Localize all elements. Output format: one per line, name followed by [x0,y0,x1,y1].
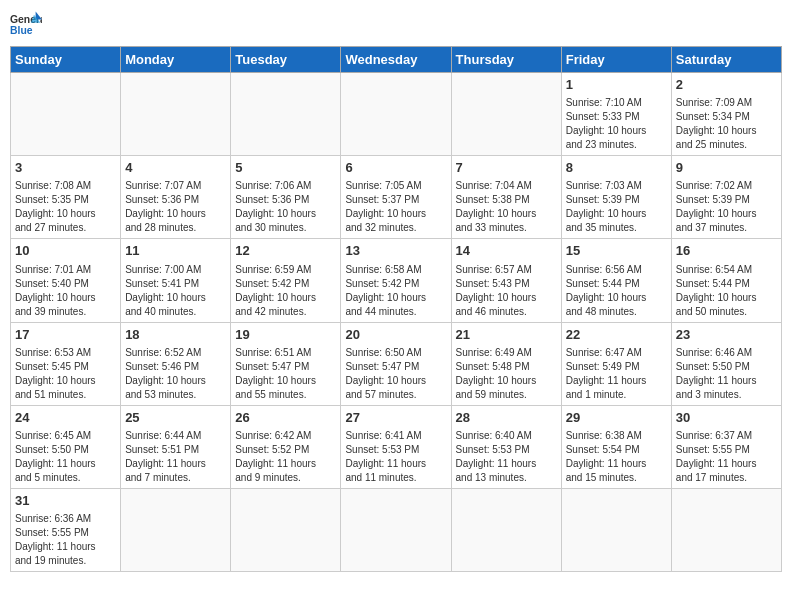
day-info: Sunrise: 7:10 AM Sunset: 5:33 PM Dayligh… [566,96,667,152]
page-header: General Blue [10,10,782,38]
day-number: 6 [345,159,446,177]
calendar-table: SundayMondayTuesdayWednesdayThursdayFrid… [10,46,782,572]
calendar-week-row: 3Sunrise: 7:08 AM Sunset: 5:35 PM Daylig… [11,156,782,239]
calendar-day-cell: 13Sunrise: 6:58 AM Sunset: 5:42 PM Dayli… [341,239,451,322]
calendar-day-cell: 10Sunrise: 7:01 AM Sunset: 5:40 PM Dayli… [11,239,121,322]
calendar-day-cell: 14Sunrise: 6:57 AM Sunset: 5:43 PM Dayli… [451,239,561,322]
day-number: 28 [456,409,557,427]
calendar-day-cell: 24Sunrise: 6:45 AM Sunset: 5:50 PM Dayli… [11,405,121,488]
calendar-day-cell: 4Sunrise: 7:07 AM Sunset: 5:36 PM Daylig… [121,156,231,239]
calendar-day-cell: 1Sunrise: 7:10 AM Sunset: 5:33 PM Daylig… [561,73,671,156]
day-info: Sunrise: 7:02 AM Sunset: 5:39 PM Dayligh… [676,179,777,235]
day-info: Sunrise: 6:53 AM Sunset: 5:45 PM Dayligh… [15,346,116,402]
day-info: Sunrise: 6:36 AM Sunset: 5:55 PM Dayligh… [15,512,116,568]
day-info: Sunrise: 6:58 AM Sunset: 5:42 PM Dayligh… [345,263,446,319]
day-info: Sunrise: 6:46 AM Sunset: 5:50 PM Dayligh… [676,346,777,402]
day-number: 5 [235,159,336,177]
weekday-header-monday: Monday [121,47,231,73]
day-info: Sunrise: 6:54 AM Sunset: 5:44 PM Dayligh… [676,263,777,319]
day-number: 13 [345,242,446,260]
calendar-day-cell: 3Sunrise: 7:08 AM Sunset: 5:35 PM Daylig… [11,156,121,239]
day-number: 10 [15,242,116,260]
day-info: Sunrise: 6:50 AM Sunset: 5:47 PM Dayligh… [345,346,446,402]
weekday-header-wednesday: Wednesday [341,47,451,73]
calendar-day-cell [231,488,341,571]
calendar-day-cell: 26Sunrise: 6:42 AM Sunset: 5:52 PM Dayli… [231,405,341,488]
day-info: Sunrise: 6:42 AM Sunset: 5:52 PM Dayligh… [235,429,336,485]
day-number: 22 [566,326,667,344]
calendar-day-cell: 31Sunrise: 6:36 AM Sunset: 5:55 PM Dayli… [11,488,121,571]
day-number: 31 [15,492,116,510]
day-info: Sunrise: 7:07 AM Sunset: 5:36 PM Dayligh… [125,179,226,235]
day-number: 7 [456,159,557,177]
calendar-week-row: 1Sunrise: 7:10 AM Sunset: 5:33 PM Daylig… [11,73,782,156]
weekday-header-tuesday: Tuesday [231,47,341,73]
day-number: 16 [676,242,777,260]
day-number: 27 [345,409,446,427]
day-number: 19 [235,326,336,344]
day-number: 17 [15,326,116,344]
calendar-day-cell [121,73,231,156]
day-info: Sunrise: 6:38 AM Sunset: 5:54 PM Dayligh… [566,429,667,485]
calendar-day-cell: 28Sunrise: 6:40 AM Sunset: 5:53 PM Dayli… [451,405,561,488]
calendar-week-row: 17Sunrise: 6:53 AM Sunset: 5:45 PM Dayli… [11,322,782,405]
day-number: 4 [125,159,226,177]
calendar-day-cell: 27Sunrise: 6:41 AM Sunset: 5:53 PM Dayli… [341,405,451,488]
day-number: 15 [566,242,667,260]
day-number: 21 [456,326,557,344]
calendar-day-cell: 23Sunrise: 6:46 AM Sunset: 5:50 PM Dayli… [671,322,781,405]
day-info: Sunrise: 6:57 AM Sunset: 5:43 PM Dayligh… [456,263,557,319]
day-info: Sunrise: 7:09 AM Sunset: 5:34 PM Dayligh… [676,96,777,152]
calendar-day-cell: 15Sunrise: 6:56 AM Sunset: 5:44 PM Dayli… [561,239,671,322]
logo-icon: General Blue [10,10,42,38]
day-info: Sunrise: 7:04 AM Sunset: 5:38 PM Dayligh… [456,179,557,235]
day-number: 8 [566,159,667,177]
calendar-day-cell [231,73,341,156]
day-number: 24 [15,409,116,427]
day-number: 20 [345,326,446,344]
day-number: 11 [125,242,226,260]
calendar-day-cell: 6Sunrise: 7:05 AM Sunset: 5:37 PM Daylig… [341,156,451,239]
day-number: 18 [125,326,226,344]
calendar-day-cell: 25Sunrise: 6:44 AM Sunset: 5:51 PM Dayli… [121,405,231,488]
day-info: Sunrise: 6:51 AM Sunset: 5:47 PM Dayligh… [235,346,336,402]
calendar-day-cell: 8Sunrise: 7:03 AM Sunset: 5:39 PM Daylig… [561,156,671,239]
logo: General Blue [10,10,42,38]
calendar-day-cell: 9Sunrise: 7:02 AM Sunset: 5:39 PM Daylig… [671,156,781,239]
day-number: 29 [566,409,667,427]
weekday-header-friday: Friday [561,47,671,73]
calendar-day-cell [341,73,451,156]
day-info: Sunrise: 7:05 AM Sunset: 5:37 PM Dayligh… [345,179,446,235]
calendar-day-cell [451,73,561,156]
calendar-day-cell: 2Sunrise: 7:09 AM Sunset: 5:34 PM Daylig… [671,73,781,156]
day-number: 14 [456,242,557,260]
day-number: 30 [676,409,777,427]
calendar-day-cell: 30Sunrise: 6:37 AM Sunset: 5:55 PM Dayli… [671,405,781,488]
day-number: 25 [125,409,226,427]
day-info: Sunrise: 6:52 AM Sunset: 5:46 PM Dayligh… [125,346,226,402]
calendar-day-cell [561,488,671,571]
calendar-day-cell: 7Sunrise: 7:04 AM Sunset: 5:38 PM Daylig… [451,156,561,239]
day-info: Sunrise: 6:37 AM Sunset: 5:55 PM Dayligh… [676,429,777,485]
calendar-week-row: 31Sunrise: 6:36 AM Sunset: 5:55 PM Dayli… [11,488,782,571]
day-number: 3 [15,159,116,177]
weekday-header-saturday: Saturday [671,47,781,73]
day-info: Sunrise: 6:56 AM Sunset: 5:44 PM Dayligh… [566,263,667,319]
day-number: 23 [676,326,777,344]
calendar-day-cell: 12Sunrise: 6:59 AM Sunset: 5:42 PM Dayli… [231,239,341,322]
calendar-day-cell: 21Sunrise: 6:49 AM Sunset: 5:48 PM Dayli… [451,322,561,405]
day-info: Sunrise: 6:49 AM Sunset: 5:48 PM Dayligh… [456,346,557,402]
calendar-day-cell: 29Sunrise: 6:38 AM Sunset: 5:54 PM Dayli… [561,405,671,488]
calendar-day-cell: 16Sunrise: 6:54 AM Sunset: 5:44 PM Dayli… [671,239,781,322]
day-info: Sunrise: 6:41 AM Sunset: 5:53 PM Dayligh… [345,429,446,485]
day-number: 2 [676,76,777,94]
calendar-day-cell: 22Sunrise: 6:47 AM Sunset: 5:49 PM Dayli… [561,322,671,405]
weekday-header-thursday: Thursday [451,47,561,73]
day-number: 1 [566,76,667,94]
day-info: Sunrise: 7:01 AM Sunset: 5:40 PM Dayligh… [15,263,116,319]
calendar-week-row: 24Sunrise: 6:45 AM Sunset: 5:50 PM Dayli… [11,405,782,488]
day-info: Sunrise: 6:44 AM Sunset: 5:51 PM Dayligh… [125,429,226,485]
day-info: Sunrise: 6:40 AM Sunset: 5:53 PM Dayligh… [456,429,557,485]
calendar-day-cell [11,73,121,156]
day-number: 9 [676,159,777,177]
